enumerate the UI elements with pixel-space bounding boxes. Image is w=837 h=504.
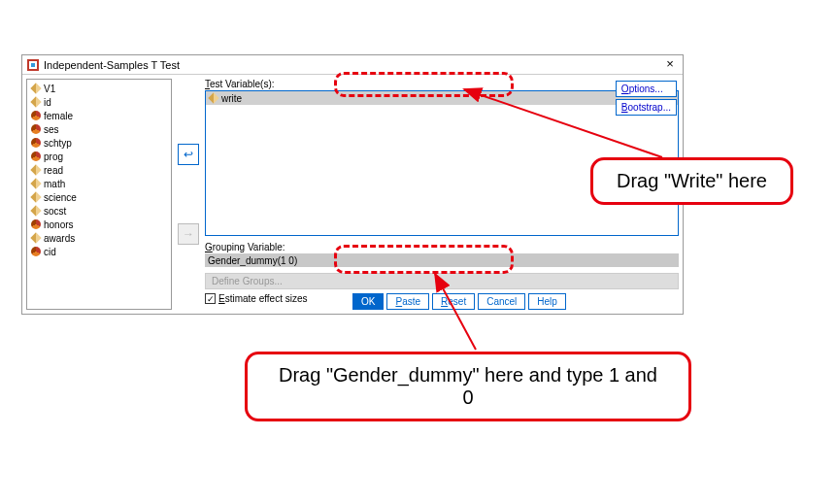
nominal-icon [31, 219, 41, 229]
ruler-icon [30, 164, 41, 175]
variable-list[interactable]: V1idfemalesesschtypprogreadmathscienceso… [26, 79, 172, 310]
svg-rect-2 [31, 63, 35, 67]
side-buttons: Options... Bootstrap... [616, 81, 677, 116]
bottom-bar: OK Paste Reset Cancel Help [352, 293, 566, 310]
ruler-icon [30, 205, 41, 216]
variable-item[interactable]: prog [29, 150, 169, 163]
test-variables-label: Test Variable(s): [205, 79, 679, 89]
variable-item[interactable]: ses [29, 122, 169, 136]
variable-name: female [44, 111, 73, 121]
test-var-name: write [221, 93, 242, 104]
estimate-checkbox[interactable]: ✓ [205, 293, 216, 304]
dialog-body: V1idfemalesesschtypprogreadmathscienceso… [22, 75, 683, 314]
variable-item[interactable]: awards [29, 231, 169, 245]
variable-name: V1 [44, 84, 55, 94]
grouping-variable-field[interactable]: Gender_dummy(1 0) [205, 253, 679, 267]
grouping-var-text: Gender_dummy(1 0) [208, 255, 297, 266]
estimate-label: Estimate effect sizes [218, 293, 308, 304]
variable-item[interactable]: cid [29, 245, 169, 258]
cancel-button[interactable]: Cancel [478, 293, 525, 310]
variable-item[interactable]: V1 [29, 82, 169, 95]
nominal-icon [31, 151, 41, 161]
variable-item[interactable]: math [29, 177, 169, 190]
grouping-variable-box[interactable]: Gender_dummy(1 0) [205, 253, 679, 267]
variable-name: read [44, 165, 63, 176]
variable-name: schtyp [44, 138, 72, 149]
dialog-title: Independent-Samples T Test [44, 59, 180, 71]
variable-name: ses [44, 124, 59, 135]
grouping-variable-label: Grouping Variable: [205, 242, 679, 252]
nominal-icon [31, 247, 41, 256]
options-button[interactable]: Options... [616, 81, 677, 97]
variable-item[interactable]: id [29, 95, 169, 109]
variable-item[interactable]: read [29, 163, 169, 177]
annotation-callout-write: Drag "Write" here [590, 157, 793, 205]
variable-item[interactable]: schtyp [29, 136, 169, 150]
ruler-icon [30, 232, 41, 243]
callout2-text: Drag "Gender_dummy" here and type 1 and … [279, 364, 657, 408]
nominal-icon [31, 138, 41, 148]
variable-name: cid [44, 247, 56, 257]
nominal-icon [31, 124, 41, 134]
variable-item[interactable]: honors [29, 218, 169, 231]
callout1-text: Drag "Write" here [617, 170, 767, 191]
app-icon [26, 58, 40, 72]
variable-item[interactable]: science [29, 190, 169, 204]
variable-name: honors [44, 219, 74, 230]
variable-item[interactable]: female [29, 109, 169, 122]
help-button[interactable]: Help [528, 293, 566, 310]
reset-button[interactable]: Reset [432, 293, 475, 310]
nominal-icon [31, 111, 41, 120]
ruler-icon [30, 178, 41, 188]
ruler-icon [208, 92, 218, 103]
define-groups-button[interactable]: Define Groups... [205, 273, 679, 289]
move-to-grouping-button[interactable]: → [178, 223, 199, 245]
variable-name: socst [44, 206, 66, 217]
selected-test-variable[interactable]: write [206, 91, 678, 105]
ttest-dialog: Independent-Samples T Test × V1idfemales… [21, 54, 684, 315]
move-to-test-button[interactable]: ↩ [178, 144, 199, 165]
variable-name: awards [44, 233, 75, 244]
variable-name: math [44, 179, 65, 189]
ruler-icon [30, 83, 41, 93]
transfer-buttons: ↩ → [172, 79, 205, 310]
close-button[interactable]: × [661, 56, 679, 74]
ok-button[interactable]: OK [352, 293, 384, 310]
ruler-icon [30, 96, 41, 107]
annotation-callout-gender: Drag "Gender_dummy" here and type 1 and … [245, 352, 691, 421]
ruler-icon [30, 191, 41, 202]
titlebar: Independent-Samples T Test × [22, 55, 683, 75]
variable-name: prog [44, 151, 63, 162]
paste-button[interactable]: Paste [386, 293, 429, 310]
variable-name: id [44, 97, 51, 108]
variable-item[interactable]: socst [29, 204, 169, 218]
variable-name: science [44, 192, 77, 203]
bootstrap-button[interactable]: Bootstrap... [616, 99, 677, 116]
